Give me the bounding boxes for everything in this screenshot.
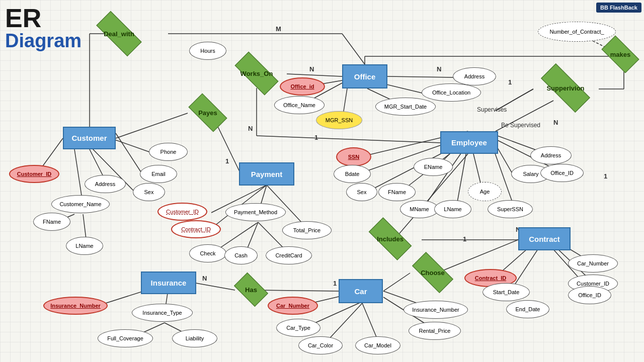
attr-car-color: Car_Color (298, 336, 343, 354)
svg-text:1: 1 (333, 280, 337, 287)
attr-email: Email (140, 165, 177, 183)
attr-sex-emp: Sex (346, 183, 377, 201)
entity-car[interactable]: Car (339, 279, 383, 303)
svg-line-13 (116, 113, 188, 138)
attr-creditcard: CreditCard (266, 246, 312, 264)
rel-has[interactable]: Has (230, 276, 272, 303)
rel-makes[interactable]: makes (596, 40, 644, 68)
attr-sex-cust: Sex (133, 183, 165, 201)
attr-car-type: Car_Type (276, 319, 320, 337)
attr-phone: Phone (149, 143, 188, 161)
entity-contract[interactable]: Contract (518, 227, 571, 250)
svg-line-54 (196, 283, 235, 290)
er-text: ER (5, 5, 82, 31)
attr-customer-id-pay: Customer_ID (157, 203, 207, 221)
attr-customer-id: Customer_ID (9, 165, 59, 183)
svg-text:1: 1 (463, 235, 466, 243)
attr-cash: Cash (224, 246, 258, 264)
rel-works-on[interactable]: Works_On (226, 59, 287, 87)
attr-liability: Liability (172, 329, 217, 347)
attr-ename: EName (414, 158, 453, 176)
attr-car-number: Car_Number (268, 297, 318, 315)
attr-mgr-start-date: MGR_Start_Date (375, 98, 436, 116)
svg-line-4 (287, 74, 342, 76)
rel-payes[interactable]: Payes (183, 99, 233, 127)
label-supervises: Supervises (477, 106, 507, 113)
attr-payment-method: Payment_Method (225, 203, 286, 221)
attr-office-name: Office_Name (274, 96, 325, 114)
attr-end-date: End_Date (506, 300, 549, 318)
attr-rental-price: Rental_Price (409, 322, 461, 340)
svg-text:1: 1 (508, 78, 512, 86)
svg-text:N: N (202, 275, 207, 282)
rel-supperivion[interactable]: Supperivion (531, 73, 600, 103)
attr-office-id: Office_id (280, 77, 325, 96)
attr-fname-cust: FName (33, 213, 70, 231)
attr-total-price: Total_Price (282, 221, 332, 239)
title-block: ER Diagram (5, 5, 82, 50)
svg-line-3 (342, 34, 365, 64)
attr-customer-name: Customer_Name (51, 195, 110, 213)
entity-office[interactable]: Office (342, 64, 387, 88)
svg-line-6 (257, 136, 440, 143)
attr-check: Check (189, 244, 226, 262)
svg-line-18 (116, 133, 143, 175)
attr-contract-id-pay: Contract_ID (171, 220, 221, 238)
attr-address-office: Address (453, 67, 496, 85)
attr-lname-emp: LName (434, 200, 471, 218)
attr-bdate: Bdate (334, 165, 371, 183)
attr-number-of-contract: Number_of_Contract_ (538, 22, 616, 42)
attr-fname-emp: FName (378, 183, 416, 201)
rel-deal-with[interactable]: Deal_with (88, 19, 150, 48)
rel-includes[interactable]: Includes (361, 224, 419, 253)
attr-full-coverage: Full_Coverage (98, 329, 153, 347)
svg-text:N: N (309, 65, 314, 73)
attr-ssn: SSN (336, 147, 371, 166)
svg-text:1: 1 (225, 157, 229, 165)
entity-insurance[interactable]: Insurance (141, 272, 196, 294)
attr-car-number-cont: Car_Number (568, 254, 618, 273)
entity-employee[interactable]: Employee (440, 131, 498, 154)
attr-insurance-num-car: Insurance_Number (404, 301, 468, 319)
svg-text:N: N (437, 65, 441, 73)
svg-text:N: N (248, 125, 253, 132)
rel-choose[interactable]: Choose (405, 258, 460, 287)
attr-hours: Hours (189, 42, 226, 60)
attr-office-id-emp: Office_ID (540, 164, 584, 182)
svg-line-7 (387, 76, 455, 77)
entity-customer[interactable]: Customer (63, 127, 116, 149)
svg-text:1: 1 (314, 134, 318, 141)
svg-text:M: M (276, 25, 281, 33)
attr-mname: MName (400, 200, 439, 218)
attr-office-id-cont: Office_ID (568, 286, 611, 304)
svg-text:1: 1 (604, 172, 607, 180)
svg-text:N: N (553, 119, 558, 126)
attr-start-date: Start_Date (482, 283, 530, 301)
attr-lname-cust: LName (66, 237, 103, 255)
attr-age: Age (468, 182, 502, 201)
svg-line-8 (382, 83, 424, 94)
attr-mgr-ssn: MGR_SSN (316, 111, 362, 129)
attr-address-cust: Address (85, 175, 126, 193)
diagram-text: Diagram (5, 31, 82, 50)
entity-payment[interactable]: Payment (239, 162, 294, 186)
attr-car-model: Car_Model (355, 336, 400, 354)
attr-superssn: SuperSSN (488, 200, 533, 218)
attr-insurance-type: Insurance_Type (132, 304, 193, 322)
watermark-label: BB FlashBack (596, 3, 641, 13)
attr-office-location: Office_Location (422, 83, 481, 102)
attr-insurance-number: Insurance_Number (43, 297, 108, 315)
attr-address-emp: Address (530, 146, 572, 164)
label-be-supervised: Be Supervised (501, 122, 540, 129)
